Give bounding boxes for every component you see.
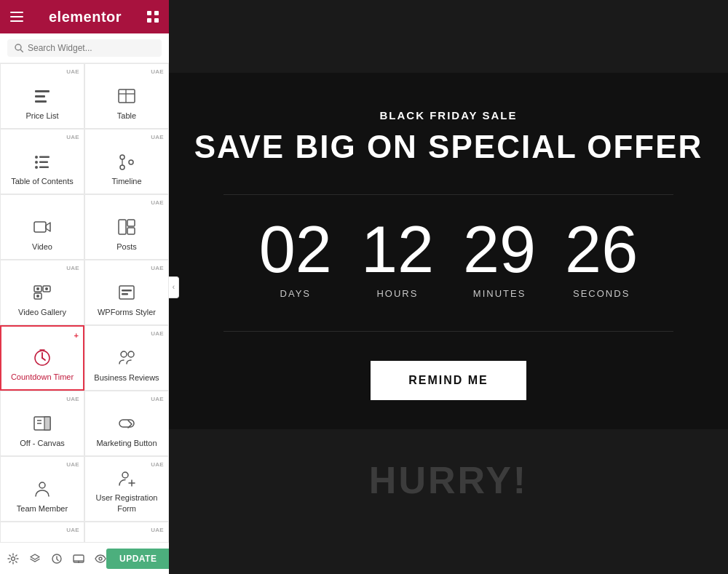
svg-point-30	[36, 287, 39, 290]
widget-item-wpforms-styler[interactable]: UAE WPForms Styler	[84, 260, 169, 325]
svg-rect-27	[127, 220, 135, 226]
uae-badge: UAE	[151, 68, 164, 75]
widget-item-user-registration-form[interactable]: UAE User Registration Form	[84, 456, 169, 522]
responsive-icon[interactable]	[73, 553, 84, 565]
svg-rect-12	[119, 89, 135, 103]
widget-item-price-list[interactable]: UAE Price List	[0, 63, 84, 129]
svg-rect-25	[34, 222, 46, 232]
countdown-days: 02 DAYS	[259, 217, 332, 299]
seconds-value: 26	[565, 217, 638, 282]
widget-label-marketing-button: Marketing Button	[96, 438, 157, 448]
countdown-seconds: 26 SECONDS	[565, 217, 638, 299]
widget-item-team-member[interactable]: UAE Team Member	[0, 456, 84, 522]
hamburger-icon[interactable]	[10, 12, 23, 22]
toc-icon	[32, 151, 52, 172]
widget-item-video-gallery[interactable]: UAE Video Gallery	[0, 260, 84, 325]
svg-point-43	[128, 351, 134, 357]
history-icon[interactable]	[51, 553, 63, 565]
widget-label-countdown-timer: Countdown Timer	[11, 372, 74, 382]
plus-badge: +	[74, 331, 79, 340]
svg-point-63	[12, 557, 15, 560]
video-gallery-icon	[32, 282, 52, 303]
layers-icon[interactable]	[29, 553, 41, 565]
timeline-icon	[116, 151, 137, 172]
sidebar-toggle[interactable]: ‹	[169, 276, 179, 298]
widget-item-video[interactable]: Video	[0, 194, 84, 260]
svg-line-40	[42, 358, 45, 360]
widget-label-team-member: Team Member	[17, 503, 68, 514]
user-reg-icon	[116, 468, 137, 488]
svg-rect-10	[35, 95, 45, 97]
widget-item-countdown-timer[interactable]: + Countdown Timer	[0, 325, 84, 391]
widget-item-timeline[interactable]: UAE Timeline	[84, 129, 169, 194]
widget-label-table: Table	[117, 111, 136, 121]
uae-badge: UAE	[66, 527, 79, 533]
elementor-logo: elementor	[49, 9, 122, 25]
minutes-label: MINUTES	[473, 288, 526, 299]
widget-label-video: Video	[32, 242, 52, 252]
uae-badge: UAE	[151, 265, 164, 271]
svg-rect-18	[39, 161, 48, 163]
countdown-row: 02 DAYS 12 HOURS 29 MINUTES 26 SECONDS	[259, 217, 638, 299]
uae-badge: UAE	[66, 461, 79, 468]
svg-rect-5	[147, 18, 151, 23]
svg-rect-36	[122, 290, 132, 292]
search-input[interactable]	[28, 43, 154, 53]
widget-item-marketing-button[interactable]: UAE Marketing Button	[84, 391, 169, 456]
widget-item-table[interactable]: UAE Table	[84, 63, 169, 129]
svg-point-34	[36, 295, 39, 298]
widget-label-table-of-contents: Table of Contents	[11, 176, 74, 186]
uae-badge: UAE	[66, 68, 79, 75]
widget-item-login-form[interactable]: UAE Login Form	[84, 522, 169, 542]
widget-label-user-registration-form: User Registration Form	[91, 493, 162, 514]
svg-rect-0	[10, 12, 23, 13]
settings-icon[interactable]	[7, 553, 19, 565]
hours-value: 12	[361, 217, 434, 282]
eye-icon[interactable]	[95, 553, 106, 565]
update-button[interactable]: UPDATE	[106, 549, 170, 569]
widget-item-table-of-contents[interactable]: UAE Table of Contents	[0, 129, 84, 194]
wpforms-icon	[116, 282, 137, 303]
main-canvas: BLACK FRIDAY SALE SAVE BIG ON SPECIAL OF…	[169, 0, 728, 574]
svg-point-15	[35, 156, 38, 159]
uae-badge: UAE	[151, 461, 164, 468]
toolbar-left-icons	[7, 553, 106, 565]
uae-badge: UAE	[151, 134, 164, 140]
svg-rect-26	[119, 220, 126, 234]
widget-item-posts[interactable]: UAE Posts	[84, 194, 169, 260]
svg-rect-1	[10, 16, 23, 17]
svg-rect-3	[147, 11, 151, 15]
uae-badge: UAE	[151, 396, 164, 402]
widget-label-video-gallery: Video Gallery	[18, 307, 66, 317]
svg-rect-11	[35, 100, 47, 103]
video-icon	[32, 217, 52, 237]
svg-rect-37	[122, 293, 128, 295]
days-value: 02	[259, 217, 332, 282]
sale-label: BLACK FRIDAY SALE	[379, 109, 517, 121]
svg-point-50	[122, 472, 128, 478]
uae-badge: UAE	[151, 199, 164, 206]
days-label: DAYS	[280, 288, 311, 299]
widget-item-off-canvas[interactable]: UAE Off - Canvas	[0, 391, 84, 456]
widget-label-wpforms-styler: WPForms Styler	[98, 307, 156, 317]
widget-item-business-reviews[interactable]: UAE Business Reviews	[84, 325, 169, 391]
team-icon	[32, 479, 52, 499]
svg-point-17	[35, 161, 38, 164]
remind-me-button[interactable]: REMIND ME	[371, 361, 526, 400]
widget-item-navigation-menu[interactable]: UAE Navigation Menu	[0, 522, 84, 542]
sale-title: SAVE BIG ON SPECIAL OFFER	[194, 129, 703, 165]
svg-point-19	[35, 166, 38, 169]
uae-badge: UAE	[66, 265, 79, 271]
widget-label-off-canvas: Off - Canvas	[20, 438, 65, 448]
countdown-minutes: 29 MINUTES	[463, 217, 536, 299]
search-box[interactable]	[7, 39, 162, 57]
hurry-text: HURRY!	[369, 458, 528, 502]
svg-rect-4	[154, 11, 159, 15]
sidebar-toolbar: UPDATE ▲	[0, 542, 169, 574]
svg-rect-20	[39, 166, 49, 168]
widget-label-business-reviews: Business Reviews	[94, 372, 159, 383]
svg-rect-6	[154, 18, 159, 23]
posts-icon	[116, 217, 137, 237]
apps-icon[interactable]	[147, 11, 159, 23]
svg-rect-2	[10, 20, 23, 22]
